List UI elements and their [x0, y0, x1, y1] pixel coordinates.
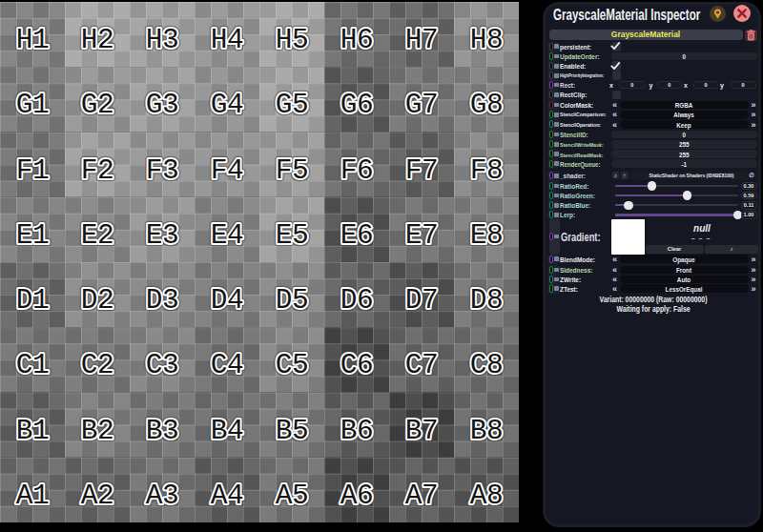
- svg-text:F6: F6: [340, 154, 373, 187]
- svg-text:H3: H3: [146, 24, 178, 56]
- svg-text:F2: F2: [81, 154, 113, 187]
- svg-text:F5: F5: [276, 154, 308, 187]
- svg-text:G6: G6: [340, 89, 373, 121]
- svg-text:E6: E6: [340, 219, 373, 252]
- svg-text:B3: B3: [146, 415, 178, 447]
- svg-text:H5: H5: [276, 24, 308, 56]
- svg-text:F8: F8: [470, 154, 503, 187]
- svg-text:D6: D6: [340, 284, 373, 317]
- svg-text:C2: C2: [81, 349, 113, 381]
- svg-text:A3: A3: [146, 480, 178, 512]
- svg-text:E1: E1: [16, 219, 49, 252]
- svg-text:D5: D5: [276, 284, 308, 317]
- svg-text:F7: F7: [405, 154, 438, 187]
- svg-text:C3: C3: [146, 349, 178, 381]
- svg-text:D8: D8: [470, 284, 503, 317]
- svg-text:E2: E2: [81, 219, 113, 252]
- svg-text:G3: G3: [146, 89, 178, 121]
- svg-text:A1: A1: [16, 480, 49, 512]
- svg-text:G1: G1: [16, 89, 49, 121]
- svg-text:E4: E4: [211, 219, 243, 252]
- svg-text:H2: H2: [81, 24, 113, 56]
- svg-text:B7: B7: [405, 415, 438, 447]
- svg-text:E5: E5: [276, 219, 308, 252]
- svg-text:E7: E7: [405, 219, 438, 252]
- svg-text:C6: C6: [340, 349, 373, 381]
- svg-text:G5: G5: [276, 89, 308, 121]
- svg-text:B2: B2: [81, 415, 113, 447]
- svg-text:A5: A5: [276, 480, 308, 512]
- svg-text:E8: E8: [470, 219, 503, 252]
- svg-text:H7: H7: [405, 24, 438, 56]
- svg-text:D1: D1: [16, 284, 49, 317]
- svg-text:G4: G4: [211, 89, 243, 121]
- svg-text:A2: A2: [81, 480, 113, 512]
- svg-text:A7: A7: [405, 480, 438, 512]
- svg-text:H1: H1: [16, 24, 49, 56]
- svg-text:B4: B4: [211, 415, 243, 447]
- svg-text:F4: F4: [211, 154, 243, 187]
- svg-text:G7: G7: [405, 89, 438, 121]
- svg-text:F3: F3: [146, 154, 178, 187]
- svg-text:B1: B1: [16, 415, 49, 447]
- svg-text:C5: C5: [276, 349, 308, 381]
- svg-text:G2: G2: [81, 89, 113, 121]
- svg-text:A4: A4: [211, 480, 243, 512]
- svg-text:B8: B8: [470, 415, 503, 447]
- svg-text:G8: G8: [470, 89, 503, 121]
- svg-text:B5: B5: [276, 415, 308, 447]
- svg-text:F1: F1: [16, 154, 49, 187]
- svg-text:B6: B6: [340, 415, 373, 447]
- svg-text:A6: A6: [340, 480, 373, 512]
- svg-text:H4: H4: [211, 24, 243, 56]
- svg-text:C1: C1: [16, 349, 49, 381]
- svg-text:C8: C8: [470, 349, 503, 381]
- svg-text:D4: D4: [211, 284, 243, 317]
- svg-text:C7: C7: [405, 349, 438, 381]
- svg-text:D2: D2: [81, 284, 113, 317]
- svg-text:C4: C4: [211, 349, 243, 381]
- svg-text:H8: H8: [470, 24, 503, 56]
- svg-text:E3: E3: [146, 219, 178, 252]
- svg-text:D7: D7: [405, 284, 438, 317]
- svg-text:H6: H6: [340, 24, 373, 56]
- svg-text:A8: A8: [470, 480, 503, 512]
- svg-text:D3: D3: [146, 284, 178, 317]
